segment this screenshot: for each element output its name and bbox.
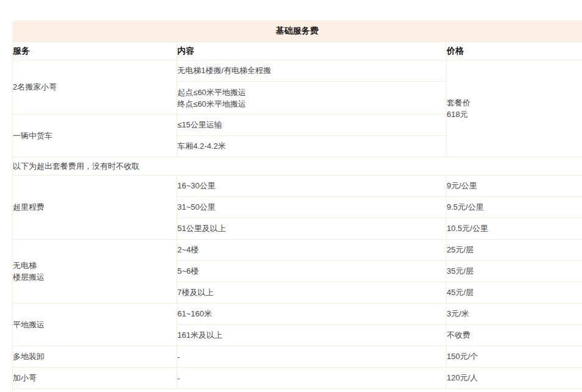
price-cell: 35元/层 <box>447 261 582 282</box>
service-cell-flat-ground: 平地搬运 <box>13 304 177 346</box>
notice-row: 以下为超出套餐费用，没有时不收取 <box>13 157 582 176</box>
price-cell: 9元/公里 <box>447 176 582 197</box>
table-row: 加小哥 - 120元/人 <box>13 368 582 389</box>
content-cell: - <box>177 368 447 389</box>
content-cell: 5~6楼 <box>177 261 447 282</box>
content-cell: - <box>177 346 447 368</box>
price-cell: 3元/米 <box>447 304 582 325</box>
price-cell: 9.5元/公里 <box>447 197 582 218</box>
table-row: 平地搬运 61~160米 3元/米 <box>13 304 582 325</box>
table-row: 超里程费 16~30公里 9元/公里 <box>13 176 582 197</box>
content-cell: 51公里及以上 <box>177 218 447 240</box>
column-header-service: 服务 <box>13 42 177 60</box>
package-price-cell: 套餐价 618元 <box>447 60 582 157</box>
price-cell: 不收费 <box>447 325 582 346</box>
table-title-band: 基础服务费 <box>12 20 582 41</box>
table-row: 2名搬家小哥 无电梯1楼搬/有电梯全程搬 套餐价 618元 <box>13 60 582 82</box>
content-cell: 31~50公里 <box>177 197 447 218</box>
partial-cell <box>13 389 582 392</box>
content-cell: 2~4楼 <box>177 240 447 261</box>
service-cell-multi-location: 多地装卸 <box>13 346 177 368</box>
column-header-price: 价格 <box>447 42 582 60</box>
pricing-table: 基础服务费 服务 内容 价格 2名搬家小哥 无电梯1楼搬/有电梯全程搬 套餐价 … <box>12 20 582 392</box>
partial-row <box>13 389 582 392</box>
content-cell: 车厢4.2-4.2米 <box>177 136 447 157</box>
table-row: 多地装卸 - 150元/个 <box>13 346 582 368</box>
notice-text: 以下为超出套餐费用，没有时不收取 <box>13 157 582 176</box>
price-cell: 10.5元/公里 <box>447 218 582 240</box>
price-cell: 45元/层 <box>447 282 582 304</box>
content-cell: 161米及以上 <box>177 325 447 346</box>
column-header-row: 服务 内容 价格 <box>13 42 582 60</box>
content-cell: 61~160米 <box>177 304 447 325</box>
service-cell-mileage: 超里程费 <box>13 176 177 240</box>
column-header-content: 内容 <box>177 42 447 60</box>
pricing-table-grid: 服务 内容 价格 2名搬家小哥 无电梯1楼搬/有电梯全程搬 套餐价 618元 起… <box>12 41 582 392</box>
content-cell: ≤15公里运输 <box>177 115 447 136</box>
content-cell: 16~30公里 <box>177 176 447 197</box>
price-cell: 25元/层 <box>447 240 582 261</box>
service-cell-truck: 一辆中货车 <box>13 115 177 157</box>
content-cell: 无电梯1楼搬/有电梯全程搬 <box>177 60 447 82</box>
table-row: 无电梯 楼层搬运 2~4楼 25元/层 <box>13 240 582 261</box>
service-cell-movers: 2名搬家小哥 <box>13 60 177 115</box>
content-cell: 7楼及以上 <box>177 282 447 304</box>
price-cell: 150元/个 <box>447 346 582 368</box>
service-cell-no-elevator: 无电梯 楼层搬运 <box>13 240 177 304</box>
service-cell-extra-mover: 加小哥 <box>13 368 177 389</box>
content-cell: 起点≤60米平地搬运 终点≤60米平地搬运 <box>177 82 447 115</box>
table-title: 基础服务费 <box>276 26 319 37</box>
price-cell: 120元/人 <box>447 368 582 389</box>
